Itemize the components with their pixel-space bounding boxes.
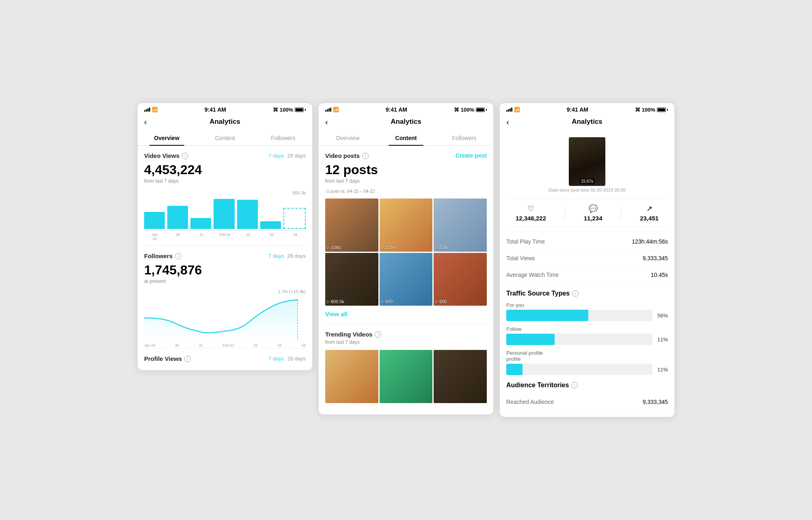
traffic-bar-fill-3: [506, 364, 523, 375]
view-all-button[interactable]: View all: [325, 311, 487, 317]
status-bar-3: 📶 9:41 AM ⌘ 100%: [500, 103, 674, 114]
followers-subtext: at present: [144, 278, 306, 284]
video-views-1: ▷ 1080: [327, 245, 341, 250]
trending-thumb-1[interactable]: [325, 350, 378, 403]
bar-chart: [144, 190, 306, 231]
bar-labels: Jan29 30 31 Feb 01 02 03 04: [144, 233, 306, 241]
trending-title: Trending Videos i: [325, 331, 381, 338]
video-views-info-icon[interactable]: i: [182, 153, 188, 159]
followers-period-7[interactable]: 7 days: [268, 253, 284, 259]
bar-1: [144, 212, 165, 229]
followers-period-28[interactable]: 28 days: [287, 253, 306, 259]
metric-watch-time: Average Watch Time 10.45s: [506, 267, 668, 283]
traffic-section-title: Traffic Source Types i: [506, 290, 668, 297]
video-posts-title: Video posts i: [325, 152, 369, 159]
traffic-bar-fill-1: [506, 310, 588, 321]
line-chart-x-labels: Jan 29 30 31 Feb 01 02 03 04: [144, 343, 306, 347]
video-views-period: 7 days 28 days: [268, 153, 306, 159]
likes-stat: ♡ 12,346,222: [516, 204, 546, 222]
profile-views-period: 7 days 28 days: [268, 356, 306, 362]
bar-label-7: 04: [285, 233, 306, 241]
nav-title-2: Analytics: [391, 118, 421, 126]
chart-top-label: 909.3k: [292, 190, 306, 195]
line-label-4: Feb 01: [222, 343, 234, 347]
comments-stat: 💬 11,234: [584, 204, 603, 222]
play-icon-5: ▷: [381, 300, 384, 304]
signal-bar-2: [146, 109, 147, 112]
tabs-2: Overview Content Followers: [319, 131, 493, 146]
video-thumb-2[interactable]: ▷ 1.2m: [380, 199, 433, 252]
back-button-3[interactable]: ‹: [506, 118, 509, 126]
screen-post-detail: 📶 9:41 AM ⌘ 100% ‹ Analytics 15.67s: [500, 103, 674, 417]
video-views-subtext: from last 7 days: [144, 178, 306, 184]
video-posts-info-icon[interactable]: i: [362, 153, 369, 159]
line-label-6: 03: [278, 343, 282, 347]
post-detail-content: 15.67s Data since post time 02-20-2019 2…: [500, 131, 674, 417]
tab-content-2[interactable]: Content: [377, 131, 435, 145]
screens-container: 📶 9:41 AM ⌘ 100% ‹ Analytics Overview Co…: [138, 103, 674, 417]
traffic-label-2: Follow: [506, 326, 668, 332]
followers-chart: 1.7m (+13.4k) Jan 29 30 31: [144, 289, 306, 342]
video-thumb-1[interactable]: ▷ 1080: [325, 199, 378, 252]
tab-overview-1[interactable]: Overview: [138, 131, 196, 145]
metric-playtime: Total Play Time 123h:44m:56s: [506, 233, 668, 250]
back-button-2[interactable]: ‹: [325, 118, 328, 126]
trending-thumb-2[interactable]: [380, 350, 433, 403]
traffic-bar-bg-1: [506, 310, 652, 321]
create-post-button[interactable]: Create post: [456, 152, 487, 159]
status-bar-1: 📶 9:41 AM ⌘ 100%: [138, 103, 312, 114]
pv-period-7[interactable]: 7 days: [268, 356, 284, 362]
status-left-1: 📶: [144, 107, 158, 112]
traffic-for-you: For you 56%: [506, 302, 668, 321]
post-thumbnail[interactable]: 15.67s: [569, 137, 605, 186]
bar-label-3: 31: [191, 233, 212, 241]
signal-bars-3: [506, 108, 512, 112]
screen-overview: 📶 9:41 AM ⌘ 100% ‹ Analytics Overview Co…: [138, 103, 312, 370]
metric-label-3: Average Watch Time: [506, 272, 559, 278]
bluetooth-icon-2: ⌘: [454, 107, 459, 113]
trending-subtext: from last 7 days: [325, 339, 487, 345]
period-7-btn[interactable]: 7 days: [268, 153, 284, 159]
line-label-1: Jan 29: [144, 343, 155, 347]
bluetooth-icon-1: ⌘: [273, 107, 278, 113]
signal-bar-4: [149, 108, 150, 112]
posts-subtext: from last 7 days: [325, 178, 487, 184]
video-thumb-5[interactable]: ▷ 600: [380, 253, 433, 306]
audience-info-icon[interactable]: i: [571, 382, 578, 388]
nav-title-3: Analytics: [572, 118, 603, 126]
video-thumb-3[interactable]: ▷ 3.5k: [434, 199, 487, 252]
bar-3: [190, 218, 211, 229]
pv-period-28[interactable]: 28 days: [287, 356, 306, 362]
reached-audience-label: Reached Audience: [506, 399, 554, 405]
traffic-follow: Follow 11%: [506, 326, 668, 345]
video-thumb-4[interactable]: ▷ 800.5k: [325, 253, 378, 306]
tabs-1: Overview Content Followers: [138, 131, 312, 146]
trending-thumb-3[interactable]: [434, 350, 487, 403]
metric-value-1: 123h:44m:56s: [632, 238, 668, 245]
signal-bars-2: [325, 108, 331, 112]
followers-chart-label: 1.7m (+13.4k): [278, 289, 306, 294]
tab-followers-2[interactable]: Followers: [435, 131, 493, 145]
line-label-5: 02: [254, 343, 258, 347]
tab-followers-1[interactable]: Followers: [254, 131, 312, 145]
bar-7: [283, 208, 306, 229]
video-views-title: Video Views i: [144, 152, 188, 159]
traffic-pct-1: 56%: [656, 313, 668, 319]
followers-info-icon[interactable]: i: [175, 253, 181, 259]
status-right-1: ⌘ 100%: [273, 107, 306, 113]
metric-value-3: 10.45s: [651, 272, 668, 278]
video-thumb-6[interactable]: ▷ 600: [434, 253, 487, 306]
period-28-btn[interactable]: 28 days: [287, 153, 306, 159]
signal-bar-3: [147, 108, 149, 112]
tab-overview-2[interactable]: Overview: [319, 131, 377, 145]
traffic-label-3: Personal profileprofile: [506, 350, 668, 362]
tab-content-1[interactable]: Content: [196, 131, 254, 145]
content-screen-body: Video posts i Create post 12 posts from …: [319, 146, 493, 414]
traffic-bar-bg-2: [506, 334, 652, 345]
traffic-info-icon[interactable]: i: [572, 290, 579, 297]
status-left-2: 📶: [325, 107, 339, 112]
back-button-1[interactable]: ‹: [144, 118, 147, 126]
trending-info-icon[interactable]: i: [375, 331, 381, 338]
profile-views-info-icon[interactable]: i: [184, 356, 191, 362]
status-time-1: 9:41 AM: [205, 106, 226, 113]
